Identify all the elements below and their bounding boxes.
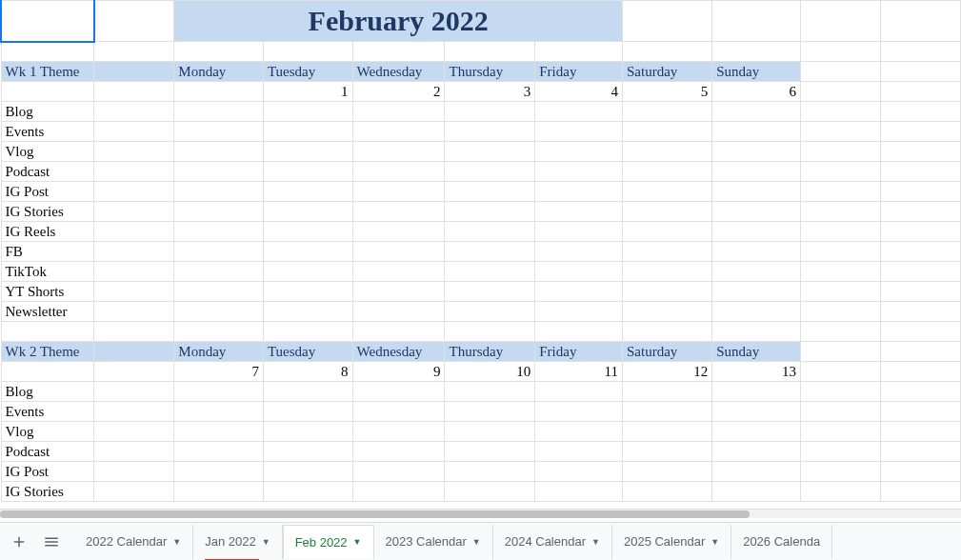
- cell[interactable]: [880, 222, 960, 242]
- sheet-tab[interactable]: 2024 Calendar▼: [493, 525, 612, 559]
- cell[interactable]: [352, 142, 445, 162]
- cell[interactable]: [94, 382, 174, 402]
- cell[interactable]: [800, 442, 880, 462]
- cell[interactable]: [880, 342, 960, 362]
- cell[interactable]: [174, 262, 264, 282]
- cell[interactable]: [712, 462, 801, 482]
- cell[interactable]: [174, 482, 264, 502]
- date-cell[interactable]: 6: [712, 82, 801, 102]
- cell[interactable]: [535, 182, 623, 202]
- cell[interactable]: [174, 102, 264, 122]
- cell[interactable]: [535, 102, 623, 122]
- cell[interactable]: [535, 122, 623, 142]
- date-cell[interactable]: 3: [445, 82, 535, 102]
- cell[interactable]: [622, 402, 711, 422]
- cell[interactable]: [94, 402, 174, 422]
- cell[interactable]: [174, 122, 264, 142]
- cell[interactable]: [800, 422, 880, 442]
- cell[interactable]: [263, 382, 352, 402]
- cell[interactable]: [94, 222, 174, 242]
- cell[interactable]: [535, 422, 623, 442]
- cell[interactable]: [800, 362, 880, 382]
- cell[interactable]: [800, 402, 880, 422]
- cell[interactable]: [880, 382, 960, 402]
- cell[interactable]: [800, 42, 880, 62]
- cell[interactable]: [94, 242, 174, 262]
- sheet-tab[interactable]: 2023 Calendar▼: [374, 525, 493, 559]
- cell[interactable]: [622, 382, 711, 402]
- cell[interactable]: [352, 162, 445, 182]
- cell[interactable]: [535, 142, 623, 162]
- cell[interactable]: [535, 162, 623, 182]
- cell[interactable]: [712, 222, 801, 242]
- cell[interactable]: [352, 442, 445, 462]
- cell[interactable]: [445, 462, 535, 482]
- date-cell[interactable]: 8: [263, 362, 352, 382]
- cell[interactable]: [712, 242, 801, 262]
- cell[interactable]: [880, 282, 960, 302]
- cell[interactable]: [352, 462, 445, 482]
- cell[interactable]: [352, 42, 445, 62]
- date-cell[interactable]: 2: [352, 82, 445, 102]
- date-cell[interactable]: 12: [622, 362, 711, 382]
- cell[interactable]: [352, 222, 445, 242]
- cell[interactable]: [263, 142, 352, 162]
- cell[interactable]: [94, 462, 174, 482]
- date-cell[interactable]: 11: [535, 362, 623, 382]
- cell[interactable]: [712, 382, 801, 402]
- sheet-tab[interactable]: 2022 Calendar▼: [74, 525, 193, 559]
- cell[interactable]: [880, 82, 960, 102]
- cell[interactable]: [880, 242, 960, 262]
- cell[interactable]: [445, 422, 535, 442]
- cell[interactable]: [800, 142, 880, 162]
- cell[interactable]: [880, 322, 960, 342]
- cell[interactable]: [445, 202, 535, 222]
- cell[interactable]: [174, 182, 264, 202]
- sheet-tab[interactable]: 2025 Calendar▼: [612, 525, 731, 559]
- cell[interactable]: [445, 282, 535, 302]
- cell[interactable]: [174, 242, 264, 262]
- cell[interactable]: [880, 262, 960, 282]
- cell[interactable]: [712, 102, 801, 122]
- cell[interactable]: [352, 242, 445, 262]
- cell[interactable]: [712, 202, 801, 222]
- cell[interactable]: [622, 102, 711, 122]
- cell[interactable]: [800, 182, 880, 202]
- cell[interactable]: [263, 222, 352, 242]
- cell[interactable]: [800, 62, 880, 82]
- cell[interactable]: [352, 482, 445, 502]
- cell[interactable]: [445, 102, 535, 122]
- cell[interactable]: [622, 462, 711, 482]
- cell[interactable]: [622, 1, 711, 42]
- cell[interactable]: [880, 482, 960, 502]
- cell[interactable]: [94, 1, 174, 42]
- cell[interactable]: [445, 302, 535, 322]
- cell[interactable]: [1, 362, 94, 382]
- cell[interactable]: [174, 462, 264, 482]
- cell[interactable]: [622, 322, 711, 342]
- cell[interactable]: [712, 302, 801, 322]
- cell[interactable]: [880, 122, 960, 142]
- cell[interactable]: [352, 402, 445, 422]
- cell[interactable]: [622, 222, 711, 242]
- cell[interactable]: [800, 1, 880, 42]
- selected-cell[interactable]: [1, 1, 94, 42]
- cell[interactable]: [712, 262, 801, 282]
- cell[interactable]: [712, 422, 801, 442]
- cell[interactable]: [263, 482, 352, 502]
- cell[interactable]: [174, 422, 264, 442]
- cell[interactable]: [94, 442, 174, 462]
- cell[interactable]: [880, 422, 960, 442]
- cell[interactable]: [445, 482, 535, 502]
- cell[interactable]: [174, 202, 264, 222]
- sheet-tab-active[interactable]: Feb 2022▼: [283, 525, 374, 559]
- cell[interactable]: [94, 42, 174, 62]
- cell[interactable]: [94, 362, 174, 382]
- cell[interactable]: [94, 262, 174, 282]
- cell[interactable]: [263, 102, 352, 122]
- cell[interactable]: [263, 462, 352, 482]
- cell[interactable]: [263, 422, 352, 442]
- cell[interactable]: [800, 162, 880, 182]
- cell[interactable]: [622, 262, 711, 282]
- cell[interactable]: [622, 162, 711, 182]
